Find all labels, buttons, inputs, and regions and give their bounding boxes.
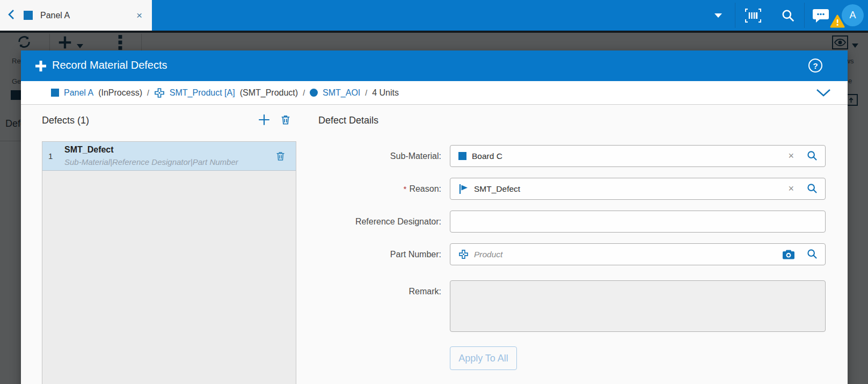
part-number-field[interactable]: Product [450,243,826,265]
defect-list-item[interactable]: 1 SMT_Defect Sub-Material|Reference Desi… [42,142,296,171]
product-icon [154,88,165,98]
tab-close-icon[interactable]: × [136,10,142,20]
reason-label: *Reason: [289,178,441,200]
topbar-divider [804,3,805,28]
record-material-defects-dialog: Record Material Defects ? Panel A (InPro… [21,50,848,384]
breadcrumb-units: 4 Units [372,88,399,98]
collapse-chevron-icon[interactable] [816,89,831,99]
barcode-scan-icon[interactable] [743,0,763,31]
product-icon [458,249,469,259]
top-bar: Panel A × A [0,0,868,31]
breadcrumb-panel-status: (InProcess) [98,88,142,98]
material-icon [458,152,466,160]
breadcrumb-product-link[interactable]: SMT_Product [A] [170,88,235,98]
breadcrumb-separator: / [365,89,367,97]
tab-title: Panel A [40,11,70,20]
add-defect-icon[interactable] [257,113,271,129]
reason-field[interactable]: SMT_Defect × [450,178,826,200]
topbar-divider [735,3,735,28]
tab-panel-a[interactable]: Panel A × [0,0,152,31]
clear-icon[interactable]: × [788,146,794,166]
defects-panel-title: Defects (1) [42,115,89,126]
lookup-search-icon[interactable] [806,150,818,164]
part-number-placeholder: Product [474,250,502,259]
breadcrumb-product-type: (SMT_Product) [240,88,298,98]
avatar[interactable]: A [842,4,864,26]
screen: Refresh General Defects Views e [0,0,868,384]
defect-title: SMT_Defect [64,145,114,155]
breadcrumb-operation-link[interactable]: SMT_AOI [323,88,360,98]
operation-icon [310,89,318,97]
defects-list: 1 SMT_Defect Sub-Material|Reference Desi… [42,141,296,384]
panel-icon [51,89,59,97]
breadcrumb-panel-link[interactable]: Panel A [64,88,93,98]
dialog-title: Record Material Defects [52,59,167,71]
sub-material-field[interactable]: Board C × [450,145,826,167]
panel-icon [24,11,33,20]
delete-defect-item-icon[interactable] [275,150,286,164]
reference-designator-input[interactable] [458,217,789,227]
sub-material-label: Sub-Material: [289,145,441,167]
dialog-header: Record Material Defects ? [21,50,848,81]
reference-designator-field[interactable] [450,211,826,233]
add-defect-header-icon [35,60,47,74]
reason-flag-icon [458,184,469,194]
remark-textarea[interactable] [450,280,826,332]
breadcrumb-separator: / [147,89,149,97]
remark-label: Remark: [289,280,441,302]
back-icon[interactable] [8,9,15,22]
search-icon[interactable] [778,0,798,31]
warning-badge-icon [830,15,845,28]
breadcrumb-separator: / [303,89,305,97]
breadcrumb: Panel A (InProcess) / SMT_Product [A] (S… [21,81,848,105]
chat-icon[interactable] [810,0,831,31]
lookup-search-icon[interactable] [806,183,818,197]
defect-details-title: Defect Details [318,115,378,126]
help-icon[interactable]: ? [808,59,822,73]
camera-scan-icon[interactable] [782,250,795,262]
part-number-label: Part Number: [289,243,441,265]
clear-icon[interactable]: × [788,178,794,199]
defect-subtitle: Sub-Material|Reference Designator|Part N… [64,157,238,166]
defect-index: 1 [48,151,53,161]
required-asterisk: * [404,184,407,193]
avatar-initial: A [849,10,856,21]
delete-defects-icon[interactable] [280,114,291,128]
reference-designator-label: Reference Designator: [289,211,441,233]
lookup-search-icon[interactable] [806,248,818,262]
apply-to-all-button[interactable]: Apply To All [450,346,517,370]
topbar-caret-icon[interactable] [710,0,726,31]
sub-material-value: Board C [472,151,502,161]
reason-value: SMT_Defect [474,184,520,194]
